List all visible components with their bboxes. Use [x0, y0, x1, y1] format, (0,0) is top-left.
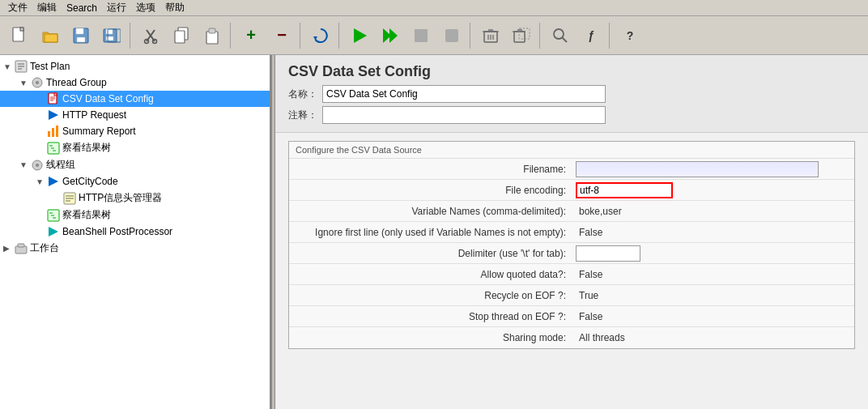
sep4 — [338, 23, 342, 49]
tree-item-csv-data-set[interactable]: CSV Data Set Config — [0, 91, 270, 107]
sep1 — [130, 23, 133, 49]
svg-rect-5 — [77, 37, 85, 42]
open-button[interactable] — [36, 21, 65, 50]
stop-thread-eof-text: False — [576, 309, 606, 324]
allow-quoted-row: Allow quoted data?: False — [289, 264, 854, 285]
toolbar: + − ƒ ? — [0, 16, 868, 55]
delimiter-value — [572, 244, 854, 263]
svg-rect-41 — [54, 93, 57, 96]
main-layout: ▼ Test Plan ▼ Thread Group CSV Data Set … — [0, 55, 868, 409]
http-request-icon — [47, 109, 60, 121]
menu-options[interactable]: 选项 — [131, 0, 160, 16]
clear-button[interactable] — [476, 21, 505, 50]
tree-item-test-plan[interactable]: ▼ Test Plan — [0, 58, 270, 75]
tree-item-thread-group[interactable]: ▼ Thread Group — [0, 75, 270, 91]
paste-button[interactable] — [198, 21, 227, 50]
comment-input[interactable] — [322, 106, 606, 124]
svg-rect-7 — [106, 29, 113, 34]
file-encoding-input[interactable] — [576, 182, 673, 198]
test-plan-icon — [15, 60, 28, 73]
tree-item-thread-group2[interactable]: ▼ 线程组 — [0, 156, 270, 173]
component-header: CSV Data Set Config 名称： 注释： — [275, 55, 868, 133]
svg-rect-17 — [209, 28, 215, 33]
svg-line-33 — [563, 37, 568, 42]
menu-file[interactable]: 文件 — [3, 0, 32, 16]
ignore-first-line-value: False — [572, 225, 854, 240]
recycle-eof-text: True — [576, 288, 602, 303]
recycle-eof-label: Recycle on EOF ?: — [289, 287, 572, 305]
menu-help[interactable]: 帮助 — [160, 0, 189, 16]
start-no-pause-button[interactable] — [376, 21, 405, 50]
test-plan-label: Test Plan — [30, 61, 70, 72]
delimiter-label: Delimiter (use '\t' for tab): — [289, 245, 572, 262]
ignore-first-line-row: Ignore first line (only used if Variable… — [289, 222, 854, 243]
tree-item-workbench[interactable]: ▶ 工作台 — [0, 240, 270, 257]
new-button[interactable] — [5, 21, 34, 50]
menu-edit[interactable]: 编辑 — [32, 0, 62, 16]
tree-item-beanshell[interactable]: BeanShell PostProcessor — [0, 224, 270, 240]
comment-label: 注释： — [288, 109, 317, 122]
function-helper-button[interactable]: ƒ — [577, 21, 606, 50]
comment-field-row: 注释： — [288, 106, 855, 124]
svg-rect-46 — [48, 131, 50, 137]
menubar: 文件 编辑 Search 运行 选项 帮助 — [0, 0, 868, 16]
recycle-eof-row: Recycle on EOF ?: True — [289, 285, 854, 306]
tree-item-summary-report[interactable]: Summary Report — [0, 123, 270, 139]
name-field-row: 名称： — [288, 85, 855, 103]
svg-rect-48 — [56, 126, 58, 137]
thread-group2-label: 线程组 — [46, 158, 75, 172]
search-toolbar-button[interactable] — [546, 21, 575, 50]
svg-rect-15 — [175, 31, 185, 43]
summary-report-label: Summary Report — [62, 126, 136, 137]
sharing-mode-value: All threads — [572, 330, 854, 345]
svg-rect-8 — [106, 36, 113, 40]
svg-rect-23 — [445, 29, 458, 42]
start-button[interactable] — [345, 21, 374, 50]
stop-button[interactable] — [406, 21, 436, 50]
svg-point-32 — [554, 29, 564, 39]
expand-icon: ▼ — [19, 79, 31, 87]
sep5 — [470, 23, 473, 49]
help-button[interactable]: ? — [615, 21, 645, 50]
variable-names-label: Variable Names (comma-delimited): — [289, 202, 572, 220]
expand-icon2: ▼ — [19, 160, 31, 169]
sep7 — [609, 23, 612, 49]
shutdown-button[interactable] — [437, 21, 466, 50]
save-button[interactable] — [66, 21, 96, 50]
delimiter-row: Delimiter (use '\t' for tab): — [289, 243, 854, 264]
svg-rect-2 — [45, 34, 57, 42]
filename-value — [572, 160, 854, 179]
tree-item-http-request[interactable]: HTTP Request — [0, 107, 270, 123]
tree-item-http-header-mgr[interactable]: HTTP信息头管理器 — [0, 190, 270, 207]
sep6 — [539, 23, 542, 49]
sharing-mode-label: Sharing mode: — [289, 329, 572, 347]
file-encoding-label: File encoding: — [289, 181, 572, 199]
sep2 — [230, 23, 233, 49]
reset-button[interactable] — [306, 21, 335, 50]
recycle-eof-value: True — [572, 288, 854, 303]
name-input[interactable] — [322, 85, 606, 103]
clear-all-button[interactable] — [507, 21, 536, 50]
svg-rect-4 — [76, 28, 83, 34]
svg-point-54 — [36, 164, 39, 167]
menu-search[interactable]: Search — [62, 1, 102, 15]
tree-item-view-results2[interactable]: 察看结果树 — [0, 207, 270, 224]
menu-run[interactable]: 运行 — [102, 0, 131, 16]
svg-rect-29 — [514, 32, 525, 42]
copy-button[interactable] — [167, 21, 196, 50]
name-label: 名称： — [288, 87, 317, 101]
filename-input[interactable] — [576, 161, 819, 177]
tree-item-get-city-code[interactable]: ▼ GetCityCode — [0, 173, 270, 190]
tree-item-view-results1[interactable]: 察看结果树 — [0, 139, 270, 156]
delimiter-input[interactable] — [576, 245, 640, 262]
remove-button[interactable]: − — [267, 21, 296, 50]
csv-data-source-group: Configure the CSV Data Source Filename: … — [288, 141, 855, 349]
save-all-button[interactable] — [97, 21, 126, 50]
add-button[interactable]: + — [236, 21, 266, 50]
view-results1-label: 察看结果树 — [62, 141, 111, 155]
csv-data-set-label: CSV Data Set Config — [62, 93, 154, 104]
allow-quoted-text: False — [576, 267, 606, 282]
variable-names-value: boke,user — [572, 204, 854, 219]
cut-button[interactable] — [136, 21, 165, 50]
variable-names-row: Variable Names (comma-delimited): boke,u… — [289, 201, 854, 222]
